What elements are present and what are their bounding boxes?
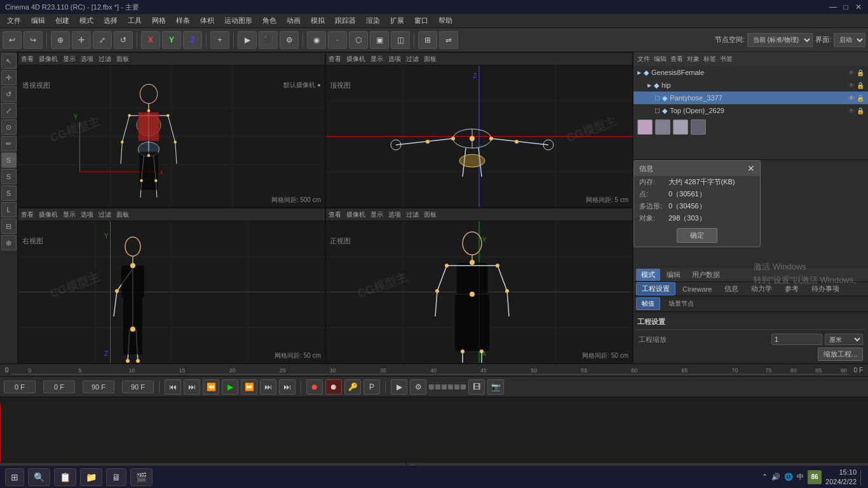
vp2-menu-options[interactable]: 选项: [388, 55, 401, 64]
render-settings-button[interactable]: ⚙: [280, 31, 299, 49]
ruler-track[interactable]: 0 5 10 15 20 25 30 35 40 45 50 55 60 65 …: [11, 364, 849, 376]
vp3-menu-camera[interactable]: 摄像机: [39, 210, 58, 219]
obj-header-file[interactable]: 文件: [637, 55, 650, 64]
vp3-menu-options[interactable]: 选项: [81, 210, 93, 219]
menu-mograph[interactable]: 运动图形: [220, 15, 257, 27]
obj-genesis8[interactable]: ▸ ◆ Genesis8Female 👁 🔒: [634, 66, 868, 79]
obj-top[interactable]: □ ◆ Top (Open)_2629 👁 🔒: [634, 104, 868, 117]
rotate-button[interactable]: ↺: [114, 31, 133, 49]
obj-header-bookmarks[interactable]: 书签: [720, 55, 733, 64]
viewport-perspective[interactable]: 查看 摄像机 显示 选项 过滤 面板 透视视图 默认摄像机 ●: [18, 52, 325, 208]
uv-mode-button[interactable]: ◫: [391, 31, 410, 49]
tl-record-btn[interactable]: ⏺: [306, 379, 323, 395]
menu-render[interactable]: 渲染: [362, 15, 384, 27]
battery-indicator[interactable]: 86: [808, 470, 822, 484]
tl-prev-keyframe[interactable]: ⏭: [184, 379, 200, 395]
tl-end-frame-2[interactable]: [122, 381, 154, 393]
menu-animation[interactable]: 动画: [282, 15, 305, 27]
info-ok-button[interactable]: 确定: [677, 228, 717, 243]
vp3-menu-display[interactable]: 显示: [63, 210, 76, 219]
menu-create[interactable]: 创建: [51, 15, 74, 27]
subtab-scene[interactable]: 场景节点: [663, 297, 700, 310]
tl-film-btn[interactable]: 🎞: [468, 379, 485, 395]
prop-input-scale[interactable]: [771, 334, 822, 345]
axis-y-button[interactable]: Y: [162, 31, 181, 49]
tool-boolean[interactable]: ⊕: [1, 235, 17, 250]
tool-scale[interactable]: ⤢: [1, 103, 17, 118]
tool-paint[interactable]: S: [1, 186, 17, 201]
tool-pen[interactable]: ✏: [1, 136, 17, 151]
tray-network[interactable]: 🌐: [784, 473, 793, 481]
ptab-ref[interactable]: 参考: [779, 282, 804, 295]
obj-header-tags[interactable]: 标签: [703, 55, 716, 64]
rtab-edit[interactable]: 编辑: [661, 269, 686, 281]
menu-mode[interactable]: 模式: [75, 15, 98, 27]
ptab-dynamics[interactable]: 动力学: [745, 282, 778, 295]
axis-z-button[interactable]: Z: [183, 31, 202, 49]
viewport-front[interactable]: 查看 摄像机 显示 选项 过滤 面板 正视图: [325, 208, 633, 363]
close-button[interactable]: ✕: [854, 3, 863, 11]
vp4-menu-camera[interactable]: 摄像机: [346, 210, 365, 219]
tl-next-frame[interactable]: ⏩: [241, 379, 257, 395]
tool-snap[interactable]: ⊙: [1, 119, 17, 135]
tl-play[interactable]: ▶: [222, 379, 238, 395]
tl-end-frame[interactable]: [83, 381, 114, 393]
axis-x-button[interactable]: X: [141, 31, 160, 49]
undo-button[interactable]: ↩: [3, 31, 22, 49]
menu-extensions[interactable]: 扩展: [386, 15, 409, 27]
obj-hip[interactable]: ▸ ◆ hip 👁 🔒: [634, 79, 868, 92]
start-button[interactable]: ⊞: [5, 468, 24, 486]
vp1-menu-panel[interactable]: 面板: [116, 55, 129, 64]
vp2-menu-look[interactable]: 查看: [329, 55, 341, 64]
scale-button[interactable]: ⤢: [93, 31, 112, 49]
snap-button[interactable]: ⊞: [418, 31, 437, 49]
tray-chevron[interactable]: ⌃: [762, 473, 768, 481]
menu-spline[interactable]: 样条: [172, 15, 194, 27]
vp4-menu-display[interactable]: 显示: [370, 210, 383, 219]
maximize-button[interactable]: □: [841, 3, 850, 11]
tl-preview-settings[interactable]: ⚙: [410, 379, 426, 395]
tl-preview[interactable]: ▶: [391, 379, 407, 395]
vp1-menu-options[interactable]: 选项: [81, 55, 93, 64]
explorer-button[interactable]: 📁: [80, 468, 102, 486]
obj-pantyhose[interactable]: □ ◆ Pantyhose_3377 👁 🔒: [634, 92, 868, 104]
vp4-menu-filter[interactable]: 过滤: [406, 210, 419, 219]
tl-goto-end[interactable]: ⏭: [260, 379, 276, 395]
vp1-menu-filter[interactable]: 过滤: [98, 55, 111, 64]
viewport-top[interactable]: 查看 摄像机 显示 选项 过滤 面板 顶视图: [325, 52, 633, 208]
ptab-project[interactable]: 工程设置: [636, 282, 675, 295]
edge-mode-button[interactable]: ⬡: [349, 31, 368, 49]
menu-select[interactable]: 选择: [99, 15, 122, 27]
vp1-menu-look[interactable]: 查看: [21, 55, 34, 64]
menu-edit[interactable]: 编辑: [27, 15, 50, 27]
vp4-menu-panel[interactable]: 面板: [424, 210, 437, 219]
vp2-menu-display[interactable]: 显示: [370, 55, 383, 64]
tool-mirror[interactable]: ⊟: [1, 219, 17, 234]
minimize-button[interactable]: —: [829, 3, 837, 11]
tool-rotate[interactable]: ↺: [1, 86, 17, 102]
menu-tools[interactable]: 工具: [123, 15, 146, 27]
poly-mode-button[interactable]: ▣: [370, 31, 389, 49]
render-button[interactable]: ⬛: [259, 31, 278, 49]
move-button[interactable]: ✛: [72, 31, 91, 49]
redo-button[interactable]: ↪: [24, 31, 43, 49]
tl-prev-frame[interactable]: ⏪: [203, 379, 219, 395]
vp3-menu-look[interactable]: 查看: [21, 210, 34, 219]
ptab-info[interactable]: 信息: [719, 282, 744, 295]
menu-volume[interactable]: 体积: [196, 15, 219, 27]
tl-key-all[interactable]: 🔑: [344, 379, 361, 395]
viewport-right[interactable]: 查看 摄像机 显示 选项 过滤 面板 右视图: [18, 208, 325, 363]
subtab-frames[interactable]: 帧值: [636, 297, 660, 310]
tool-sculpt[interactable]: S: [1, 169, 17, 184]
render-view-button[interactable]: ▶: [238, 31, 257, 49]
tl-key-sel[interactable]: P: [363, 379, 380, 395]
menu-simulate[interactable]: 模拟: [306, 15, 329, 27]
tl-auto-key[interactable]: ⏺: [325, 379, 342, 395]
tray-volume[interactable]: 🔊: [771, 473, 780, 481]
new-object-button[interactable]: +: [210, 31, 229, 49]
vp1-menu-display[interactable]: 显示: [63, 55, 76, 64]
vp1-menu-camera[interactable]: 摄像机: [39, 55, 58, 64]
desktop-button[interactable]: 🖥: [106, 468, 126, 486]
menu-tracker[interactable]: 跟踪器: [330, 15, 360, 27]
tool-select[interactable]: ↖: [1, 53, 17, 69]
